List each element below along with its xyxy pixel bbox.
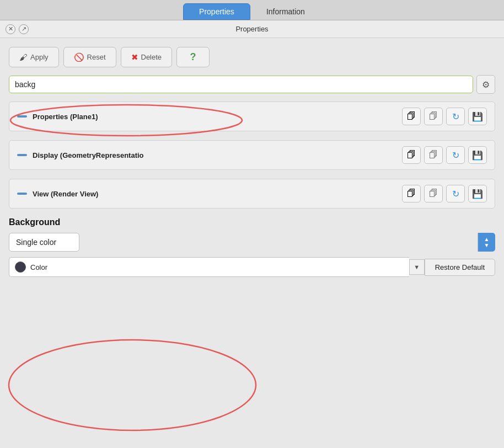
window-controls: ✕ ↗ bbox=[6, 24, 29, 34]
copy-button-0[interactable]: 🗍 bbox=[402, 108, 421, 125]
background-title: Background bbox=[9, 217, 495, 227]
background-type-select[interactable]: Single color Gradient Image Skybox bbox=[9, 233, 79, 252]
tab-properties[interactable]: Properties bbox=[183, 3, 250, 20]
color-picker-area[interactable]: Color bbox=[9, 257, 409, 277]
paste-icon-2: 🗍 bbox=[429, 189, 438, 199]
section-dash bbox=[17, 115, 27, 118]
toolbar: 🖌 Apply 🚫 Reset ✖ Delete ? bbox=[9, 47, 495, 67]
section-label-2: View (Render View) bbox=[33, 190, 396, 198]
help-button[interactable]: ? bbox=[176, 47, 210, 67]
background-section: Background Single color Gradient Image S… bbox=[9, 217, 495, 277]
tab-information[interactable]: Information bbox=[250, 3, 321, 20]
section-label: Properties (Plane1) bbox=[33, 113, 396, 121]
color-label: Color bbox=[30, 263, 47, 271]
reset-label: Reset bbox=[87, 53, 106, 61]
paste-icon-1: 🗍 bbox=[429, 150, 438, 160]
color-row: Color ▼ Restore Default bbox=[9, 257, 495, 277]
save-icon: 💾 bbox=[472, 111, 483, 122]
color-swatch bbox=[15, 262, 26, 273]
help-label: ? bbox=[190, 51, 196, 63]
copy-button-1[interactable]: 🗍 bbox=[402, 146, 421, 164]
apply-icon: 🖌 bbox=[19, 52, 28, 62]
section-label-1: Display (GeometryRepresentatio bbox=[33, 151, 396, 159]
tab-bar: Properties Information bbox=[0, 0, 504, 20]
delete-button[interactable]: ✖ Delete bbox=[121, 47, 173, 67]
search-input[interactable] bbox=[9, 76, 473, 93]
save-icon-1: 💾 bbox=[472, 150, 483, 161]
dropdown-arrow-icon: ▲ ▼ bbox=[478, 233, 495, 252]
svg-point-1 bbox=[9, 340, 256, 430]
apply-label: Apply bbox=[30, 53, 49, 61]
paste-button-1[interactable]: 🗍 bbox=[424, 146, 443, 164]
section-dash-1 bbox=[17, 154, 27, 156]
restore-default-button[interactable]: Restore Default bbox=[425, 259, 495, 276]
save-icon-2: 💾 bbox=[472, 189, 483, 199]
delete-label: Delete bbox=[141, 53, 162, 61]
section-actions-1: 🗍 🗍 ↻ 💾 bbox=[402, 146, 487, 164]
gear-icon: ⚙ bbox=[482, 79, 490, 90]
close-button[interactable]: ✕ bbox=[6, 24, 15, 34]
restore-label: Restore Default bbox=[435, 263, 485, 271]
dropdown-row: Single color Gradient Image Skybox ▲ ▼ bbox=[9, 233, 495, 252]
copy-icon-1: 🗍 bbox=[407, 150, 416, 160]
delete-icon: ✖ bbox=[131, 52, 138, 62]
refresh-button-2[interactable]: ↻ bbox=[446, 185, 465, 202]
reset-button[interactable]: 🚫 Reset bbox=[63, 47, 116, 67]
section-actions-2: 🗍 🗍 ↻ 💾 bbox=[402, 185, 487, 202]
save-button-1[interactable]: 💾 bbox=[468, 146, 487, 164]
copy-icon: 🗍 bbox=[407, 111, 416, 121]
search-row: ⚙ bbox=[9, 75, 495, 94]
refresh-button-1[interactable]: ↻ bbox=[446, 146, 465, 164]
refresh-icon-1: ↻ bbox=[452, 150, 459, 161]
copy-icon-2: 🗍 bbox=[407, 189, 416, 199]
title-bar: ✕ ↗ Properties bbox=[0, 20, 504, 38]
refresh-button-0[interactable]: ↻ bbox=[446, 108, 465, 125]
main-content: 🖌 Apply 🚫 Reset ✖ Delete ? ⚙ bbox=[0, 38, 504, 286]
section-dash-2 bbox=[17, 193, 27, 195]
paste-button-2[interactable]: 🗍 bbox=[424, 185, 443, 202]
reset-icon: 🚫 bbox=[74, 52, 84, 62]
paste-button-0[interactable]: 🗍 bbox=[424, 108, 443, 125]
minimize-button[interactable]: ↗ bbox=[19, 24, 29, 34]
apply-button[interactable]: 🖌 Apply bbox=[9, 47, 59, 67]
chevron-down-icon: ▼ bbox=[414, 264, 420, 270]
window-title: Properties bbox=[235, 25, 268, 33]
color-dropdown-button[interactable]: ▼ bbox=[409, 259, 425, 275]
section-row-display: Display (GeometryRepresentatio 🗍 🗍 ↻ 💾 bbox=[9, 140, 495, 170]
refresh-icon: ↻ bbox=[452, 111, 459, 122]
paste-icon: 🗍 bbox=[429, 111, 438, 121]
search-gear-button[interactable]: ⚙ bbox=[476, 75, 495, 94]
section-row-properties: Properties (Plane1) 🗍 🗍 ↻ 💾 bbox=[9, 102, 495, 131]
save-button-0[interactable]: 💾 bbox=[468, 108, 487, 125]
background-annotation-circle bbox=[6, 337, 270, 433]
dropdown-wrapper: Single color Gradient Image Skybox ▲ ▼ bbox=[9, 233, 495, 252]
section-actions: 🗍 🗍 ↻ 💾 bbox=[402, 108, 487, 125]
save-button-2[interactable]: 💾 bbox=[468, 185, 487, 202]
refresh-icon-2: ↻ bbox=[452, 189, 459, 199]
section-row-view: View (Render View) 🗍 🗍 ↻ 💾 bbox=[9, 179, 495, 209]
copy-button-2[interactable]: 🗍 bbox=[402, 185, 421, 202]
